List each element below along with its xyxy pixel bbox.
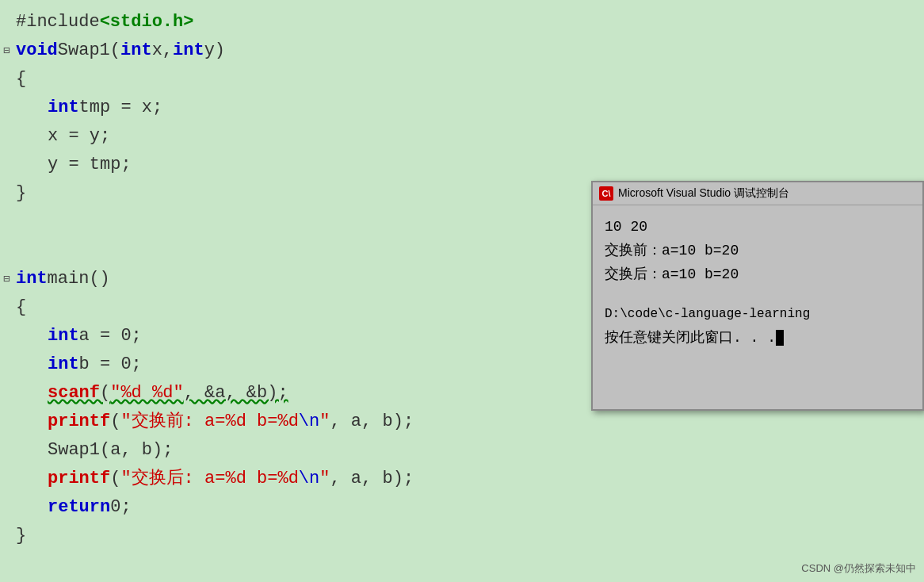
code-line-19: }	[0, 522, 924, 550]
code-text: x = y;	[48, 122, 110, 151]
console-output-line-1: 10 20	[605, 215, 911, 239]
code-text: int	[48, 322, 79, 350]
fold-marker[interactable]: ⊟	[3, 36, 10, 65]
code-text: int	[48, 350, 79, 379]
code-text: Swap1(	[58, 36, 120, 65]
code-text: return	[48, 493, 110, 522]
code-text: int	[48, 94, 79, 122]
fold-marker[interactable]: ⊟	[3, 265, 10, 293]
code-line-4: int tmp = x;	[0, 94, 924, 122]
code-text: int	[120, 36, 152, 65]
code-text: 0;	[110, 493, 131, 522]
code-line-3: {	[0, 65, 924, 94]
code-line-6: y = tmp;	[0, 151, 924, 179]
code-text: {	[16, 293, 26, 322]
code-text: void	[16, 36, 58, 65]
console-icon-label: C\	[602, 189, 611, 198]
code-text: "交换前: a=%d b=%d	[120, 408, 298, 436]
console-titlebar: C\ Microsoft Visual Studio 调试控制台	[593, 182, 922, 205]
code-text: b = 0;	[79, 350, 142, 379]
console-icon: C\	[599, 186, 613, 201]
cursor	[776, 330, 784, 346]
code-text: \n	[299, 465, 319, 493]
code-text: scanf("%d %d", &a, &b);	[48, 379, 288, 408]
code-text: (	[110, 408, 120, 436]
console-output-path: D:\code\c-language-learning	[605, 302, 911, 326]
code-text: <stdio.h>	[100, 8, 194, 36]
code-text: (	[110, 465, 120, 493]
code-text: , a, b);	[330, 465, 414, 493]
code-line-18: return 0;	[0, 493, 924, 522]
console-content: 10 20 交换前：a=10 b=20 交换后：a=10 b=20 D:\cod…	[593, 205, 922, 359]
console-output-close: 按任意键关闭此窗口. . .	[605, 326, 911, 350]
code-line-15: printf ( "交换前: a=%d b=%d\n" , a, b);	[0, 408, 924, 436]
code-text: \n	[299, 408, 319, 436]
code-text: {	[16, 65, 26, 94]
code-line-5: x = y;	[0, 122, 924, 151]
code-text: tmp = x;	[79, 94, 163, 122]
code-text: "	[319, 465, 330, 493]
code-line-2: ⊟ void Swap1( int x, int y)	[0, 36, 924, 65]
console-output-line-3: 交换后：a=10 b=20	[605, 262, 911, 286]
console-output-line-2: 交换前：a=10 b=20	[605, 239, 911, 262]
code-text: a = 0;	[79, 322, 142, 350]
console-title: Microsoft Visual Studio 调试控制台	[618, 186, 789, 201]
code-text: "	[319, 408, 330, 436]
code-text: , a, b);	[330, 408, 414, 436]
console-window: C\ Microsoft Visual Studio 调试控制台 10 20 交…	[591, 181, 924, 411]
watermark: CSDN @仍然探索未知中	[801, 561, 916, 576]
code-text: int	[173, 36, 204, 65]
code-text: y = tmp;	[48, 151, 132, 179]
code-text: }	[16, 522, 26, 550]
code-line-17: printf ( "交换后: a=%d b=%d\n" , a, b);	[0, 465, 924, 493]
code-text: scanf	[48, 383, 100, 403]
code-text: x,	[152, 36, 173, 65]
code-text: int	[16, 265, 48, 293]
code-text: main()	[48, 265, 110, 293]
code-text: #include	[16, 8, 100, 36]
code-line-16: Swap1(a, b);	[0, 436, 924, 465]
code-text: }	[16, 179, 26, 208]
code-text: "交换后: a=%d b=%d	[120, 465, 298, 493]
code-line-1: #include <stdio.h>	[0, 8, 924, 36]
code-text: printf	[48, 408, 110, 436]
code-text: Swap1(a, b);	[48, 436, 173, 465]
console-empty-line	[605, 286, 911, 302]
code-text: printf	[48, 465, 110, 493]
code-text: y)	[204, 36, 225, 65]
